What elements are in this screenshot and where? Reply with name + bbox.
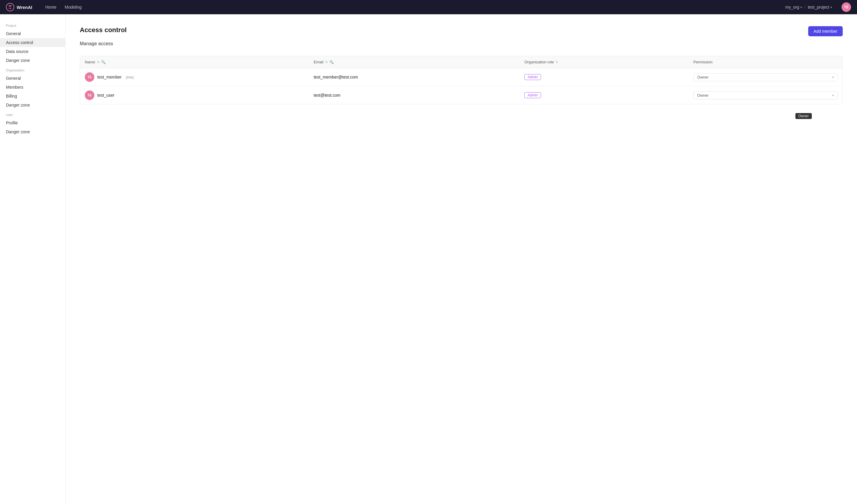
- top-navigation: WrenAI Home Modeling my_org ▾ / test_pro…: [0, 0, 857, 14]
- table-body: TE test_member (me) test_member@test.com…: [80, 68, 842, 104]
- name-search-icon[interactable]: 🔍: [101, 60, 106, 64]
- app-layout: Project General Access control Data sour…: [0, 14, 857, 504]
- nav-links: Home Modeling: [41, 3, 776, 11]
- row2-permission-cell: Owner ▾: [689, 86, 842, 104]
- table-row: TE test_user test@test.com Admin: [80, 86, 842, 104]
- logo-text: WrenAI: [17, 5, 32, 10]
- sidebar-item-profile[interactable]: Profile: [0, 118, 65, 127]
- table-row: TE test_member (me) test_member@test.com…: [80, 68, 842, 86]
- organization-section: Organization General Members Billing Dan…: [0, 65, 65, 110]
- row2-role-badge: Admin: [524, 92, 541, 98]
- row2-member-name: test_user: [97, 93, 115, 98]
- organization-section-label: Organization: [0, 65, 65, 74]
- col-name: Name ⇅ 🔍: [80, 56, 309, 68]
- project-section: Project General Access control Data sour…: [0, 20, 65, 65]
- row2-dropdown-chevron-icon: ▾: [832, 94, 834, 97]
- project-section-label: Project: [0, 20, 65, 29]
- row1-email-cell: test_member@test.com: [309, 68, 520, 86]
- row1-email: test_member@test.com: [314, 75, 358, 80]
- sidebar-item-billing[interactable]: Billing: [0, 91, 65, 101]
- row1-me-label: (me): [126, 75, 134, 80]
- user-avatar-initials: TE: [844, 5, 848, 9]
- row2-permission-label: Owner: [697, 93, 708, 98]
- name-sort-icon[interactable]: ⇅: [97, 61, 99, 64]
- sidebar-item-project-danger-zone[interactable]: Danger zone: [0, 56, 65, 65]
- row1-role-badge: Admin: [524, 74, 541, 80]
- project-label: test_project: [808, 5, 829, 10]
- home-nav-link[interactable]: Home: [41, 3, 60, 11]
- sidebar-item-org-danger-zone[interactable]: Danger zone: [0, 101, 65, 110]
- sidebar-item-members[interactable]: Members: [0, 83, 65, 91]
- org-selector[interactable]: my_org ▾: [785, 5, 802, 10]
- user-section-label: User: [0, 110, 65, 118]
- user-menu: TE: [841, 2, 851, 12]
- row2-email-cell: test@test.com: [309, 86, 520, 104]
- row2-role-cell: Admin: [520, 86, 689, 104]
- add-member-button[interactable]: Add member: [808, 26, 843, 36]
- modeling-nav-link[interactable]: Modeling: [61, 3, 85, 11]
- row2-email: test@test.com: [314, 93, 340, 98]
- col-email-label: Email: [314, 60, 323, 64]
- breadcrumb-separator: /: [804, 5, 806, 10]
- project-chevron-icon: ▾: [830, 6, 832, 9]
- col-name-label: Name: [85, 60, 95, 64]
- row2-avatar: TE: [85, 90, 94, 100]
- row1-member-name: test_member: [97, 75, 122, 80]
- email-search-icon[interactable]: 🔍: [330, 60, 334, 64]
- breadcrumb-nav: my_org ▾ / test_project ▾: [785, 5, 832, 10]
- row2-permission-dropdown[interactable]: Owner ▾: [693, 91, 838, 99]
- manage-access-row: Manage access: [80, 41, 843, 51]
- row1-avatar: TE: [85, 72, 94, 82]
- tooltip-text: Owner: [799, 114, 809, 118]
- col-email: Email ⇅ 🔍: [309, 56, 520, 68]
- col-org-role: Organization role ⇅: [520, 56, 689, 68]
- sidebar: Project General Access control Data sour…: [0, 14, 65, 504]
- project-selector[interactable]: test_project ▾: [808, 5, 832, 10]
- table-header: Name ⇅ 🔍 Email ⇅ 🔍: [80, 56, 842, 68]
- col-permission: Permission: [689, 56, 842, 68]
- col-permission-label: Permission: [693, 60, 712, 64]
- row1-name-cell: TE test_member (me): [80, 68, 309, 86]
- members-table: Name ⇅ 🔍 Email ⇅ 🔍: [80, 56, 842, 104]
- svg-point-0: [6, 3, 14, 11]
- owner-tooltip: Owner: [795, 113, 812, 119]
- user-avatar-button[interactable]: TE: [841, 2, 851, 12]
- sidebar-item-user-danger-zone[interactable]: Danger zone: [0, 127, 65, 136]
- sidebar-item-project-general[interactable]: General: [0, 29, 65, 38]
- row1-permission-dropdown[interactable]: Owner ▾: [693, 73, 838, 81]
- row1-role-cell: Admin: [520, 68, 689, 86]
- main-content: Access control Manage access Add member …: [65, 14, 857, 504]
- col-org-role-label: Organization role: [524, 60, 554, 64]
- manage-access-title: Manage access: [80, 41, 113, 46]
- sidebar-item-org-general[interactable]: General: [0, 74, 65, 83]
- row1-permission-cell: Owner ▾: [689, 68, 842, 86]
- row1-dropdown-chevron-icon: ▾: [832, 75, 834, 79]
- sidebar-item-data-source[interactable]: Data source: [0, 47, 65, 56]
- row1-permission-label: Owner: [697, 75, 708, 80]
- wrenai-logo-icon: [6, 3, 14, 11]
- members-table-wrapper: Name ⇅ 🔍 Email ⇅ 🔍: [80, 56, 843, 104]
- logo: WrenAI: [6, 3, 32, 11]
- org-label: my_org: [785, 5, 799, 10]
- sidebar-item-access-control[interactable]: Access control: [0, 38, 65, 47]
- page-title: Access control: [80, 26, 843, 34]
- org-role-sort-icon[interactable]: ⇅: [556, 61, 558, 64]
- org-chevron-icon: ▾: [801, 6, 802, 9]
- user-section: User Profile Danger zone: [0, 110, 65, 136]
- email-sort-icon[interactable]: ⇅: [325, 61, 327, 64]
- row2-name-cell: TE test_user: [80, 86, 309, 104]
